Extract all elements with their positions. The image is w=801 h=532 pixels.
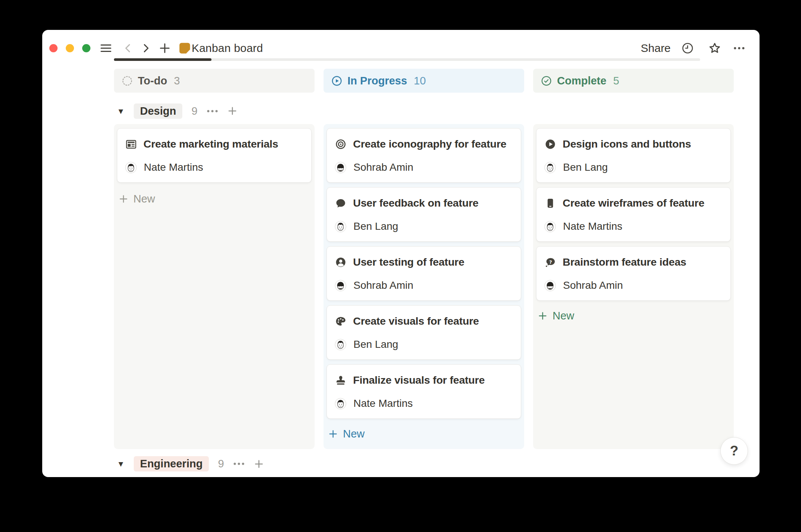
group-pill-engineering[interactable]: Engineering (134, 456, 209, 471)
kanban-card[interactable]: User testing of feature Sohrab Amin (327, 246, 521, 301)
titlebar: Kanban board Share (42, 30, 760, 66)
group-count: 9 (191, 105, 197, 117)
plus-icon (328, 429, 338, 439)
desktop-background: { "titlebar": { "title": "Kanban board",… (0, 0, 801, 532)
newspaper-icon (126, 139, 137, 150)
new-card-button-in-progress[interactable]: New (328, 426, 365, 441)
minimize-window-button[interactable] (66, 44, 74, 52)
column-label: To-do (138, 75, 167, 87)
play-circle-icon (331, 75, 342, 86)
group-count: 9 (218, 458, 224, 470)
avatar (125, 162, 137, 173)
app-window: Kanban board Share To-do 3 In Progress 1… (42, 30, 760, 477)
play-circle-icon (545, 139, 556, 150)
target-icon (335, 139, 346, 150)
new-card-button-complete[interactable]: New (538, 308, 574, 323)
kanban-card[interactable]: Create wireframes of feature Nate Martin… (536, 187, 731, 242)
close-window-button[interactable] (49, 44, 58, 52)
card-title: Finalize visuals for feature (353, 374, 485, 386)
thought-bubble-icon (545, 257, 556, 268)
phone-icon (545, 198, 556, 209)
column-count: 5 (613, 75, 619, 87)
column-header-complete[interactable]: Complete 5 (533, 69, 734, 93)
horizontal-scrollbar-thumb[interactable] (114, 58, 211, 61)
column-header-todo[interactable]: To-do 3 (114, 69, 315, 93)
avatar (335, 221, 346, 232)
palette-icon (335, 316, 346, 327)
avatar (335, 398, 346, 409)
plus-icon (538, 311, 548, 321)
card-title: Brainstorm feature ideas (563, 256, 686, 268)
kanban-card[interactable]: Brainstorm feature ideas Sohrab Amin (536, 246, 731, 301)
column-label: In Progress (347, 75, 407, 87)
group-row-design: ▼ Design 9 (117, 103, 238, 118)
sidebar-menu-icon[interactable] (99, 42, 113, 55)
avatar (544, 162, 556, 173)
help-button[interactable]: ? (720, 437, 748, 465)
assignee-name: Sohrab Amin (563, 279, 623, 291)
column-count: 3 (174, 75, 180, 87)
assignee-name: Nate Martins (353, 398, 413, 409)
page-title[interactable]: Kanban board (192, 42, 263, 55)
card-title: User testing of feature (353, 256, 464, 268)
new-card-button-todo[interactable]: New (118, 191, 155, 206)
collapse-triangle-icon[interactable]: ▼ (117, 107, 125, 115)
kanban-card[interactable]: Create iconography for feature Sohrab Am… (327, 128, 521, 183)
group-add-icon[interactable] (254, 459, 264, 469)
check-circle-icon (541, 75, 552, 86)
card-title: Create wireframes of feature (563, 197, 704, 209)
zoom-window-button[interactable] (82, 44, 90, 52)
stamp-icon (335, 375, 346, 386)
assignee-name: Nate Martins (144, 161, 203, 173)
assignee-name: Ben Lang (563, 161, 608, 173)
column-header-in-progress[interactable]: In Progress 10 (324, 69, 524, 93)
group-more-icon[interactable] (233, 462, 245, 466)
column-label: Complete (557, 75, 606, 87)
more-icon[interactable] (733, 47, 745, 50)
share-button[interactable]: Share (641, 42, 671, 55)
back-icon[interactable] (122, 42, 133, 54)
kanban-card[interactable]: Create visuals for feature Ben Lang (327, 305, 521, 360)
group-add-icon[interactable] (227, 106, 238, 116)
speech-bubble-icon (335, 198, 346, 209)
page-icon (179, 43, 191, 54)
avatar (335, 162, 346, 173)
forward-icon[interactable] (140, 42, 152, 54)
group-more-icon[interactable] (207, 109, 218, 113)
user-circle-icon (335, 257, 346, 268)
card-title: Create iconography for feature (353, 138, 507, 150)
group-row-engineering: ▼ Engineering 9 (117, 456, 264, 472)
assignee-name: Sohrab Amin (353, 279, 413, 291)
dashed-circle-icon (122, 75, 133, 86)
card-title: Create marketing materials (143, 138, 278, 150)
group-pill-design[interactable]: Design (134, 103, 183, 119)
new-page-icon[interactable] (158, 42, 171, 55)
plus-icon (118, 194, 129, 204)
card-title: Create visuals for feature (353, 315, 479, 327)
kanban-card[interactable]: User feedback on feature Ben Lang (327, 187, 521, 242)
assignee-name: Nate Martins (563, 220, 622, 232)
horizontal-scrollbar-track (114, 58, 700, 61)
card-title: User feedback on feature (353, 197, 479, 209)
avatar (335, 280, 346, 291)
card-title: Design icons and buttons (563, 138, 691, 150)
assignee-name: Ben Lang (353, 220, 398, 232)
history-icon[interactable] (681, 42, 694, 55)
avatar (335, 339, 346, 350)
window-controls (49, 44, 90, 52)
avatar (544, 221, 556, 232)
kanban-card[interactable]: Create marketing materials Nate Martins (117, 128, 312, 183)
favorite-icon[interactable] (708, 41, 721, 55)
assignee-name: Ben Lang (353, 338, 398, 350)
avatar (544, 280, 556, 291)
assignee-name: Sohrab Amin (353, 161, 413, 173)
collapse-triangle-icon[interactable]: ▼ (117, 460, 125, 468)
kanban-card[interactable]: Design icons and buttons Ben Lang (536, 128, 731, 183)
column-count: 10 (414, 75, 426, 87)
kanban-card[interactable]: Finalize visuals for feature Nate Martin… (327, 364, 521, 419)
